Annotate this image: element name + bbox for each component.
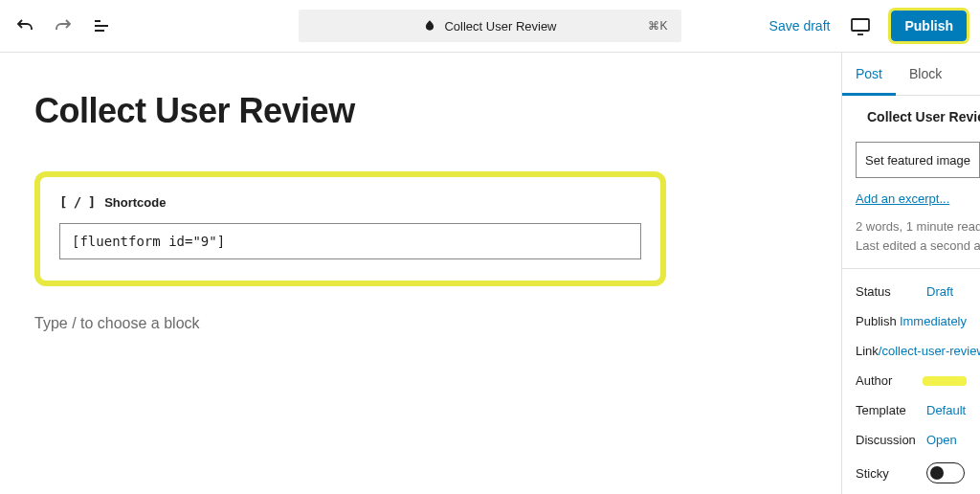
editor-canvas[interactable]: Collect User Review [ / ] Shortcode Type… — [0, 53, 841, 494]
settings-sidebar: Post Block Collect User Review Set featu… — [841, 53, 980, 494]
tab-post[interactable]: Post — [842, 53, 896, 96]
document-command-bar[interactable]: Collect User Review ⌘K — [299, 10, 681, 42]
author-value-redacted — [923, 376, 967, 386]
add-excerpt-link[interactable]: Add an excerpt... — [842, 191, 980, 217]
leaf-icon — [423, 19, 436, 33]
preview-button[interactable] — [843, 9, 878, 43]
save-draft-button[interactable]: Save draft — [769, 18, 831, 34]
row-publish[interactable]: Publish Immediately — [842, 306, 980, 336]
publish-value: Immediately — [900, 314, 967, 328]
template-value: Default — [926, 403, 966, 417]
command-shortcut: ⌘K — [648, 19, 668, 33]
document-title: Collect User Review — [444, 19, 556, 34]
tab-block[interactable]: Block — [896, 53, 955, 95]
sidebar-doc-title: Collect User Review — [867, 109, 980, 124]
undo-button[interactable] — [8, 9, 42, 43]
redo-button[interactable] — [46, 9, 80, 43]
publish-button[interactable]: Publish — [891, 11, 967, 41]
shortcode-label: Shortcode — [104, 195, 166, 210]
shortcode-icon: [ / ] — [59, 194, 95, 210]
discussion-value: Open — [926, 433, 957, 447]
row-author[interactable]: Author — [842, 366, 980, 395]
link-value: /collect-user-review — [879, 344, 980, 358]
set-featured-image-button[interactable]: Set featured image — [856, 142, 980, 178]
row-discussion[interactable]: Discussion Open — [842, 425, 980, 455]
word-count: 2 words, 1 minute read time. — [856, 217, 967, 236]
row-sticky: Sticky — [842, 455, 980, 491]
post-title[interactable]: Collect User Review — [34, 91, 841, 131]
shortcode-block[interactable]: [ / ] Shortcode — [34, 171, 666, 286]
sidebar-tabs: Post Block — [842, 53, 980, 96]
status-value: Draft — [926, 284, 953, 299]
block-appender[interactable]: Type / to choose a block — [34, 315, 666, 332]
last-edited: Last edited a second ago. — [856, 236, 967, 256]
shortcode-input[interactable] — [59, 223, 641, 259]
document-overview-button[interactable] — [84, 9, 119, 43]
row-template[interactable]: Template Default — [842, 395, 980, 425]
row-status[interactable]: Status Draft — [842, 277, 980, 306]
sticky-toggle[interactable] — [926, 462, 965, 483]
svg-rect-0 — [852, 19, 869, 31]
row-link[interactable]: Link /collect-user-review — [842, 336, 980, 366]
